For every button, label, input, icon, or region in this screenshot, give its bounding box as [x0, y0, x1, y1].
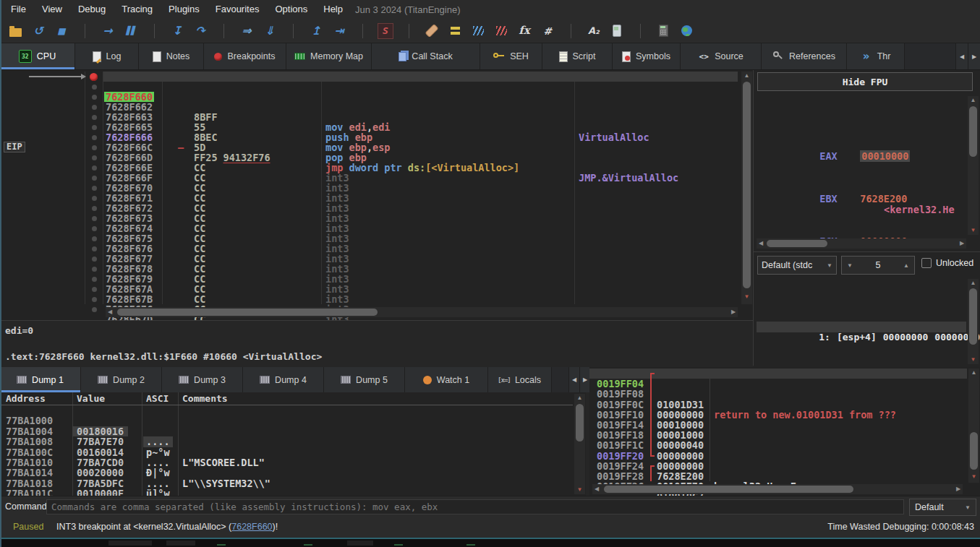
tab-call-stack[interactable]: Call Stack	[372, 43, 480, 69]
stack-row[interactable]: 0019FF2C 01008040 new.01008040	[589, 471, 967, 481]
column-header-address[interactable]: Address	[6, 392, 46, 405]
stepper-down-icon[interactable]: ▼	[847, 262, 853, 269]
dump-row[interactable]: 77BA1014 77BA5DFC ü]°w	[0, 457, 573, 468]
dump-row[interactable]: 77BA100C 77BA7CD0 Ð|°w L"\\SYSTEM32\\"	[0, 436, 573, 447]
tab-symbols[interactable]: Symbols	[613, 43, 681, 69]
menu-view[interactable]: View	[34, 0, 70, 19]
website-icon[interactable]	[677, 22, 696, 40]
breakpoint-bullet-icon[interactable]	[92, 226, 97, 231]
column-header-ascii[interactable]: ASCI	[146, 392, 169, 405]
unlocked-checkbox[interactable]: Unlocked	[921, 258, 973, 268]
disasm-row[interactable]: 7628F674 CC int3	[0, 203, 738, 213]
stepper-up-icon[interactable]: ▲	[903, 262, 909, 269]
scroll-right-icon[interactable]: ▶	[958, 238, 966, 249]
menu-debug[interactable]: Debug	[70, 0, 114, 19]
command-input[interactable]	[46, 499, 904, 514]
scroll-down-icon[interactable]: ▼	[574, 486, 585, 494]
stack-row[interactable]: 0019FF18 00000000	[589, 420, 967, 430]
disasm-row[interactable]: 7628F673 CC int3	[0, 193, 738, 203]
scroll-up-icon[interactable]: ▲	[574, 394, 585, 402]
argument-row[interactable]: 1:[esp+4]0000000000000000	[757, 322, 966, 332]
skip-next-icon[interactable]: ⇥	[330, 22, 349, 40]
tab-threads[interactable]: » Thr	[847, 43, 905, 69]
patch-icon[interactable]	[422, 22, 441, 40]
tab-log[interactable]: Log	[75, 43, 139, 69]
stack-row[interactable]: 0019FF04 01001D31 return to new.01001D31…	[589, 369, 967, 379]
breakpoint-bullet-icon[interactable]	[90, 73, 98, 81]
menu-plugins[interactable]: Plugins	[161, 0, 208, 19]
breakpoint-bullet-icon[interactable]	[92, 277, 97, 282]
disasm-row[interactable]: 7628F670 CC int3	[0, 163, 738, 173]
command-profile-select[interactable]: Default ▼	[909, 499, 976, 516]
scroll-right-icon[interactable]: ▶	[729, 307, 738, 317]
argument-count-stepper[interactable]: ▼ 5 ▲	[841, 256, 915, 275]
disasm-vscrollbar[interactable]: ▲ ▼	[741, 72, 752, 304]
scroll-down-icon[interactable]: ▼	[968, 356, 979, 364]
breakpoint-bullet-icon[interactable]	[92, 155, 97, 160]
menu-help[interactable]: Help	[315, 0, 351, 19]
tab-dump-4[interactable]: Dump 4	[243, 367, 324, 392]
register-row[interactable]: EBX7628E200 <kernel32.He	[761, 183, 967, 194]
step-into-source-icon[interactable]: ⇓	[260, 22, 279, 40]
dump-vscrollbar[interactable]: ▲ ▼	[574, 394, 585, 494]
scroll-right-icon[interactable]: ▶	[954, 484, 963, 494]
fonts-icon[interactable]: A₂	[584, 22, 603, 40]
trace-icon[interactable]	[492, 22, 511, 40]
breakpoint-bullet-icon[interactable]	[92, 176, 97, 181]
calculator-icon[interactable]	[654, 22, 673, 40]
stop-icon[interactable]: ■	[52, 22, 71, 40]
disasm-row[interactable]: 7628F66C CC int3	[0, 122, 738, 132]
tab-dump-1[interactable]: Dump 1	[0, 367, 81, 392]
disasm-row[interactable]: 7628F666 — FF2594132F76 jmp dword ptr ds…	[0, 112, 738, 122]
scroll-up-icon[interactable]: ▲	[741, 72, 752, 80]
tab-source[interactable]: <> Source	[681, 43, 762, 69]
stack-row[interactable]: 0019FF20 7628E200 kernel32.HeapFree	[589, 440, 967, 450]
comment-icon[interactable]	[446, 22, 464, 40]
tab-scroll-right-icon[interactable]: ▶	[968, 43, 980, 69]
stack-vscrollbar[interactable]: ▲ ▼	[968, 369, 979, 483]
tab-watch-1[interactable]: Watch 1	[405, 367, 488, 392]
scroll-up-icon[interactable]: ▲	[968, 369, 979, 377]
scroll-left-icon[interactable]: ◀	[592, 484, 601, 494]
breakpoint-bullet-icon[interactable]	[92, 85, 97, 90]
breakpoint-bullet-icon[interactable]	[92, 196, 97, 201]
scroll-down-icon[interactable]: ▼	[741, 293, 752, 301]
tab-memory-map[interactable]: Memory Map	[286, 43, 372, 69]
dump-row[interactable]: 77BA101C 77BA7F90 ..°w L"CONOUT$"	[0, 478, 573, 488]
scroll-up-icon[interactable]: ▲	[968, 279, 979, 288]
disasm-row[interactable]: 7628F662 55 push ebp	[0, 82, 738, 92]
disasm-row[interactable]: 7628F67C CC int3	[0, 284, 738, 294]
disasm-row[interactable]: 7628F663 8BEC mov ebp,esp	[0, 92, 738, 102]
dump-row[interactable]: 77BA1004 77BA7E70 p~°w L"MSCOREE.DLL"	[0, 415, 573, 426]
tab-references[interactable]: References	[762, 43, 847, 69]
disasm-row[interactable]: 7628F66D CC int3	[0, 132, 738, 142]
bookmark-icon[interactable]	[469, 22, 487, 40]
breakpoint-bullet-icon[interactable]	[92, 105, 97, 110]
disasm-row[interactable]: 7628F66E CC int3	[0, 142, 738, 152]
stack-row[interactable]: 0019FF08 00000000	[589, 379, 967, 389]
breakpoint-bullet-icon[interactable]	[92, 165, 97, 171]
breakpoint-bullet-icon[interactable]	[92, 95, 97, 100]
disasm-hscrollbar[interactable]: ◀ ▶	[106, 307, 738, 317]
calling-convention-select[interactable]: Default (stdc ▼	[757, 256, 837, 275]
disasm-row[interactable]: 7628F67A CC int3	[0, 264, 738, 274]
tab-breakpoints[interactable]: Breakpoints	[204, 43, 286, 69]
restart-icon[interactable]: ↺	[29, 22, 48, 40]
step-into-icon[interactable]: ↧	[168, 22, 187, 40]
disasm-row[interactable]: 7628F665 5D pop ebp	[0, 102, 738, 112]
stack-hscrollbar[interactable]: ◀ ▶	[592, 484, 963, 494]
register-row[interactable]: ECX00000000	[761, 226, 967, 237]
scroll-thumb[interactable]	[117, 309, 378, 316]
breakpoint-bullet-icon[interactable]	[92, 115, 97, 120]
scroll-left-icon[interactable]: ◀	[757, 238, 765, 249]
scroll-thumb[interactable]	[604, 486, 853, 493]
scroll-down-icon[interactable]: ▼	[968, 226, 979, 235]
stack-row[interactable]: 0019FF28 010010C7 return to new.010010C7…	[589, 461, 967, 471]
hide-fpu-button[interactable]: Hide FPU	[757, 72, 973, 91]
scroll-thumb[interactable]	[576, 404, 584, 442]
disasm-row[interactable]: 7628F671 CC int3	[0, 173, 738, 183]
breakpoint-bullet-icon[interactable]	[92, 145, 97, 150]
stack-row[interactable]: 0019FF0C 00010000	[589, 389, 967, 399]
stack-row[interactable]: 0019FF10 00001000	[589, 400, 967, 410]
dump-row[interactable]: 77BA1000 00180016 ....	[0, 405, 573, 415]
